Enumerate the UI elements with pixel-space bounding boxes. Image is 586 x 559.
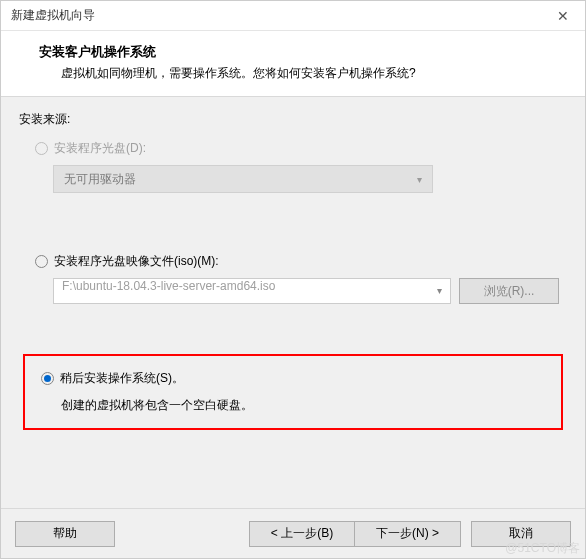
- close-icon: ✕: [557, 8, 569, 24]
- close-button[interactable]: ✕: [540, 1, 585, 31]
- header-title: 安装客户机操作系统: [39, 43, 565, 61]
- wizard-dialog: 新建虚拟机向导 ✕ 安装客户机操作系统 虚拟机如同物理机，需要操作系统。您将如何…: [0, 0, 586, 559]
- option-install-later-desc: 创建的虚拟机将包含一个空白硬盘。: [61, 397, 547, 414]
- option-installer-disc-label: 安装程序光盘(D):: [54, 140, 146, 157]
- header-desc: 虚拟机如同物理机，需要操作系统。您将如何安装客户机操作系统?: [61, 65, 565, 82]
- help-button-label: 帮助: [53, 525, 77, 542]
- next-button-label: 下一步(N) >: [376, 525, 439, 542]
- radio-iso-file[interactable]: [35, 255, 48, 268]
- highlight-annotation: 稍后安装操作系统(S)。 创建的虚拟机将包含一个空白硬盘。: [23, 354, 563, 430]
- iso-path-input[interactable]: F:\ubuntu-18.04.3-live-server-amd64.iso …: [53, 278, 451, 304]
- option-iso-file[interactable]: 安装程序光盘映像文件(iso)(M):: [35, 253, 567, 270]
- browse-button-label: 浏览(R)...: [484, 283, 535, 300]
- option-iso-file-label: 安装程序光盘映像文件(iso)(M):: [54, 253, 219, 270]
- cancel-button[interactable]: 取消: [471, 521, 571, 547]
- installer-disc-combo-value: 无可用驱动器: [64, 171, 136, 188]
- window-title: 新建虚拟机向导: [11, 7, 95, 24]
- back-button[interactable]: < 上一步(B): [249, 521, 355, 547]
- next-button[interactable]: 下一步(N) >: [355, 521, 461, 547]
- wizard-header: 安装客户机操作系统 虚拟机如同物理机，需要操作系统。您将如何安装客户机操作系统?: [1, 31, 585, 97]
- install-source-label: 安装来源:: [19, 111, 567, 128]
- iso-path-value: F:\ubuntu-18.04.3-live-server-amd64.iso: [62, 279, 275, 293]
- cancel-button-label: 取消: [509, 525, 533, 542]
- option-install-later-label: 稍后安装操作系统(S)。: [60, 370, 184, 387]
- option-install-later[interactable]: 稍后安装操作系统(S)。: [41, 370, 547, 387]
- titlebar: 新建虚拟机向导 ✕: [1, 1, 585, 31]
- back-button-label: < 上一步(B): [271, 525, 333, 542]
- wizard-footer: 帮助 < 上一步(B) 下一步(N) > 取消: [1, 508, 585, 558]
- chevron-down-icon[interactable]: ▾: [437, 285, 442, 296]
- radio-installer-disc: [35, 142, 48, 155]
- option-installer-disc: 安装程序光盘(D):: [35, 140, 567, 157]
- help-button[interactable]: 帮助: [15, 521, 115, 547]
- radio-install-later[interactable]: [41, 372, 54, 385]
- chevron-down-icon: ▾: [417, 174, 422, 185]
- installer-disc-combo: 无可用驱动器 ▾: [53, 165, 433, 193]
- browse-button[interactable]: 浏览(R)...: [459, 278, 559, 304]
- wizard-content: 安装来源: 安装程序光盘(D): 无可用驱动器 ▾ 安装程序光盘映像文件(iso…: [1, 97, 585, 508]
